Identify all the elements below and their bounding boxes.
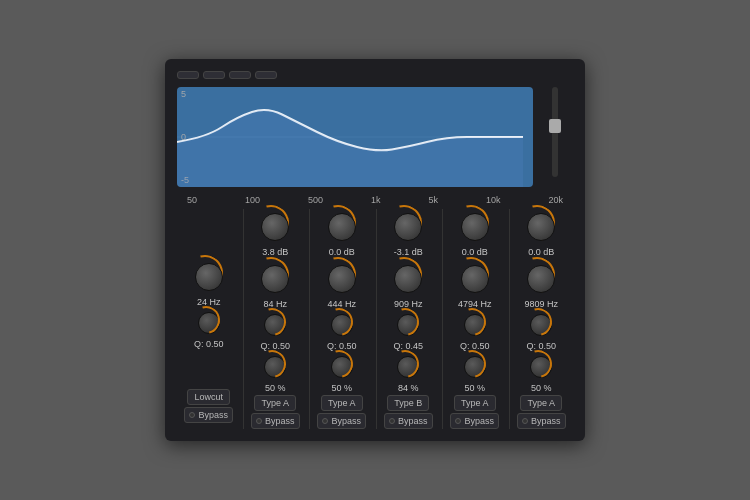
bypass-button-lowcut[interactable]: Bypass	[184, 407, 233, 423]
freq-knob-band3[interactable]	[394, 265, 422, 293]
gain-knob-wrap-band2	[324, 209, 360, 245]
q-knob-wrap-lowcut	[195, 309, 223, 337]
ab-button[interactable]	[229, 71, 251, 79]
top-bar	[177, 71, 573, 79]
bypass-led-band2	[322, 418, 328, 424]
q-knob-wrap-band1	[261, 311, 289, 339]
bypass-button-band5[interactable]: Bypass	[517, 413, 566, 429]
q-knob-wrap-band3	[394, 311, 422, 339]
copy-button[interactable]	[255, 71, 277, 79]
gain-knob-band2[interactable]	[328, 213, 356, 241]
band-band2: 0.0 dB 444 Hz Q: 0.50 50 %Type A Bypass	[309, 209, 374, 429]
gain-value-band4: 0.0 dB	[462, 247, 488, 257]
band-band5: 0.0 dB 9809 Hz Q: 0.50 50 %Type A Bypass	[509, 209, 574, 429]
freq-knob-wrap-band2	[324, 261, 360, 297]
eq-display[interactable]: 5 0 -5	[177, 87, 533, 187]
mix-knob-wrap-band5	[527, 353, 555, 381]
freq-knob-band5[interactable]	[527, 265, 555, 293]
freq-knob-wrap-band4	[457, 261, 493, 297]
gain-knob-wrap-band1	[257, 209, 293, 245]
mix-value-band3: 84 %	[398, 383, 419, 393]
mix-knob-wrap-band2	[328, 353, 356, 381]
band-band3: -3.1 dB 909 Hz Q: 0.45 84 %Type B Bypass	[376, 209, 441, 429]
type-button-band5[interactable]: Type A	[520, 395, 562, 411]
bypass-led-band1	[256, 418, 262, 424]
q-knob-wrap-band2	[328, 311, 356, 339]
gain-value-band5: 0.0 dB	[528, 247, 554, 257]
bypass-led-band5	[522, 418, 528, 424]
bands-area: 24 Hz Q: 0.50Lowcut Bypass 3.8 dB 84 Hz	[177, 209, 573, 429]
gain-knob-wrap-band4	[457, 209, 493, 245]
gain-value-band1: 3.8 dB	[262, 247, 288, 257]
mix-knob-wrap-band4	[461, 353, 489, 381]
gain-knob-wrap-band5	[523, 209, 559, 245]
mix-value-band5: 50 %	[531, 383, 552, 393]
bypass-button-band1[interactable]: Bypass	[251, 413, 300, 429]
eq-curve-canvas	[177, 87, 523, 187]
gain-knob-band1[interactable]	[261, 213, 289, 241]
gain-slider-thumb[interactable]	[549, 119, 561, 133]
freq-knob-band4[interactable]	[461, 265, 489, 293]
type-button-band2[interactable]: Type A	[321, 395, 363, 411]
bypass-button-band4[interactable]: Bypass	[450, 413, 499, 429]
bypass-led-band3	[389, 418, 395, 424]
mix-value-band4: 50 %	[464, 383, 485, 393]
mix-knob-wrap-band3	[394, 353, 422, 381]
gain-knob-band4[interactable]	[461, 213, 489, 241]
freq-knob-wrap-band5	[523, 261, 559, 297]
gain-knob-wrap-band3	[390, 209, 426, 245]
band-band1: 3.8 dB 84 Hz Q: 0.50 50 %Type A Bypass	[243, 209, 308, 429]
colour-button[interactable]	[177, 71, 199, 79]
q-knob-wrap-band4	[461, 311, 489, 339]
gain-slider-wrapper	[537, 87, 573, 187]
gain-slider-track[interactable]	[552, 87, 558, 177]
type-button-band3[interactable]: Type B	[387, 395, 429, 411]
bypass-button-band3[interactable]: Bypass	[384, 413, 433, 429]
freq-knob-wrap-lowcut	[191, 259, 227, 295]
band-lowcut: 24 Hz Q: 0.50Lowcut Bypass	[177, 209, 241, 429]
freq-knob-band2[interactable]	[328, 265, 356, 293]
savegui-button[interactable]	[203, 71, 225, 79]
type-button-band4[interactable]: Type A	[454, 395, 496, 411]
q-value-lowcut: Q: 0.50	[194, 339, 224, 349]
freq-knob-lowcut[interactable]	[195, 263, 223, 291]
type-button-band1[interactable]: Type A	[254, 395, 296, 411]
bypass-led-band4	[455, 418, 461, 424]
gain-value-band2: 0.0 dB	[329, 247, 355, 257]
gain-knob-band5[interactable]	[527, 213, 555, 241]
freq-knob-wrap-band1	[257, 261, 293, 297]
plugin-container: 5 0 -5 50 100 500 1k 5k 10k 20k	[165, 59, 585, 441]
bypass-button-band2[interactable]: Bypass	[317, 413, 366, 429]
bypass-led-lowcut	[189, 412, 195, 418]
type-button-lowcut[interactable]: Lowcut	[187, 389, 230, 405]
gain-knob-band3[interactable]	[394, 213, 422, 241]
eq-axis-x: 50 100 500 1k 5k 10k 20k	[177, 193, 573, 209]
eq-display-wrapper: 5 0 -5	[177, 87, 573, 187]
gain-value-band3: -3.1 dB	[394, 247, 423, 257]
band-band4: 0.0 dB 4794 Hz Q: 0.50 50 %Type A Bypass	[442, 209, 507, 429]
q-knob-wrap-band5	[527, 311, 555, 339]
freq-knob-wrap-band3	[390, 261, 426, 297]
mix-value-band1: 50 %	[265, 383, 286, 393]
mix-value-band2: 50 %	[331, 383, 352, 393]
mix-knob-wrap-band1	[261, 353, 289, 381]
freq-knob-band1[interactable]	[261, 265, 289, 293]
